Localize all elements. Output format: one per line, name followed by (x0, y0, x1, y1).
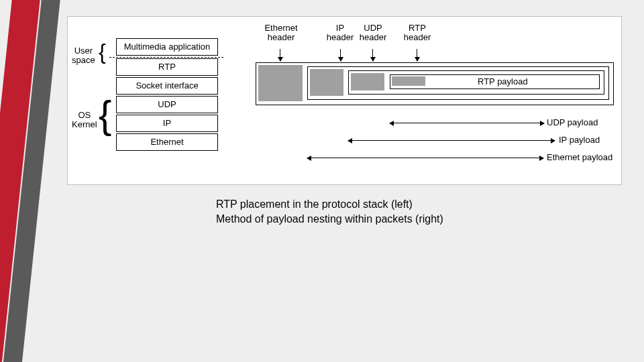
stack-udp: UDP (116, 96, 218, 113)
hdr-udp (351, 73, 384, 90)
span-ip-payload (348, 140, 555, 141)
stack-rtp: RTP (116, 58, 218, 76)
stack-multimedia: Multimedia application (116, 38, 218, 56)
arrow-ip (340, 49, 341, 61)
span-label-eth: Ethernet payload (547, 152, 612, 162)
caption-line-2: Method of payload nesting within packets… (216, 213, 443, 225)
arrow-rtp (417, 49, 417, 61)
span-label-udp: UDP payload (547, 117, 598, 127)
stack-socket: Socket interface (116, 77, 218, 95)
arrow-eth (280, 49, 280, 61)
span-label-ip: IP payload (559, 135, 600, 145)
caption-line-1: RTP placement in the protocol stack (lef… (216, 198, 413, 210)
stack-ip: IP (116, 115, 218, 132)
hdr-ethernet (258, 65, 303, 101)
hdr-rtp (392, 76, 425, 86)
span-udp-payload (390, 123, 544, 123)
label-eth-header: Ethernetheader (261, 23, 301, 43)
label-user-space: Userspace (72, 46, 95, 66)
brace-os-kernel: { (99, 92, 111, 137)
label-ip-header: IPheader (325, 23, 356, 43)
brace-user-space: { (99, 40, 106, 64)
dash-divider (109, 57, 223, 58)
arrow-udp (372, 49, 373, 61)
hdr-ip (310, 69, 343, 96)
label-rtp-payload: RTP payload (478, 76, 528, 86)
span-eth-payload (307, 158, 543, 158)
label-udp-header: UDPheader (358, 23, 388, 43)
stack-ethernet: Ethernet (116, 133, 218, 151)
nest-rtp: RTP payload (390, 74, 600, 89)
label-os-kernel: OSKernel (72, 111, 97, 130)
label-rtp-header: RTPheader (402, 23, 433, 43)
figure-panel: Userspace { OSKernel { Multimedia applic… (67, 16, 622, 185)
